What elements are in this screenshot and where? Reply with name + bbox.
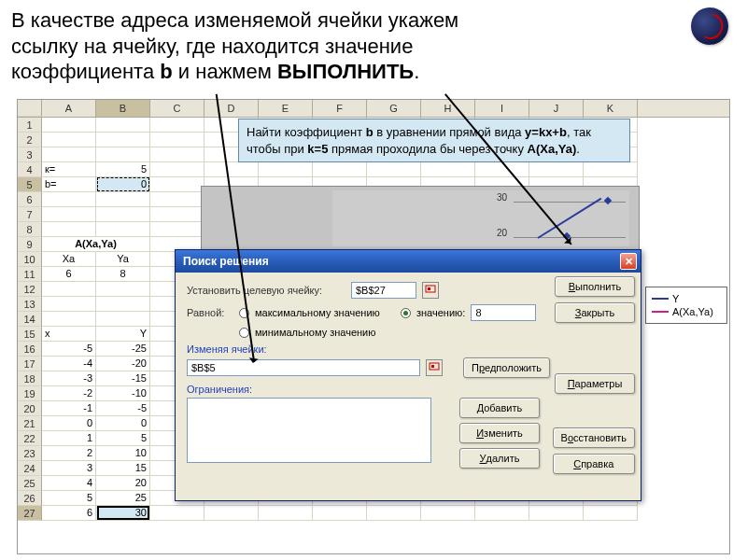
cell-B26[interactable]: 25 — [96, 491, 150, 506]
cell-C3[interactable] — [150, 147, 204, 162]
cell-A18[interactable]: -3 — [42, 371, 96, 386]
cell-B20[interactable]: -5 — [96, 401, 150, 416]
cell-A15[interactable]: x — [42, 327, 96, 342]
col-H[interactable]: H — [421, 100, 475, 117]
cell-A7[interactable] — [42, 207, 96, 222]
row-head-24[interactable]: 24 — [18, 461, 42, 476]
cell-A2[interactable] — [42, 133, 96, 147]
cell-B14[interactable] — [96, 312, 150, 327]
dialog-titlebar[interactable]: Поиск решения ✕ — [176, 250, 641, 273]
row-head-18[interactable]: 18 — [18, 371, 42, 386]
cell-H4[interactable] — [421, 162, 475, 177]
row-head-6[interactable]: 6 — [18, 192, 42, 207]
cell-C27[interactable] — [150, 506, 204, 521]
radio-max[interactable] — [239, 308, 249, 318]
cell-K27[interactable] — [584, 506, 638, 521]
col-A[interactable]: A — [42, 100, 96, 117]
row-head-11[interactable]: 11 — [18, 267, 42, 282]
cell-A27[interactable]: 6 — [42, 506, 96, 521]
cell-A25[interactable]: 4 — [42, 476, 96, 491]
cell-A20[interactable]: -1 — [42, 401, 96, 416]
cell-B7[interactable] — [96, 207, 150, 222]
row-head-12[interactable]: 12 — [18, 282, 42, 297]
col-C[interactable]: C — [150, 100, 204, 117]
cell-A11[interactable]: 6 — [42, 267, 96, 282]
cell-F27[interactable] — [313, 506, 367, 521]
spreadsheet[interactable]: A B C D E F G H I J K 1234к=55b=06789A(X… — [17, 99, 730, 554]
cell-A24[interactable]: 3 — [42, 461, 96, 476]
col-E[interactable]: E — [259, 100, 313, 117]
cell-A21[interactable]: 0 — [42, 416, 96, 431]
row-head-20[interactable]: 20 — [18, 401, 42, 416]
row-head-23[interactable]: 23 — [18, 446, 42, 461]
cell-F4[interactable] — [313, 162, 367, 177]
cell-B3[interactable] — [96, 147, 150, 162]
row-head-22[interactable]: 22 — [18, 431, 42, 446]
delete-button[interactable]: Удалить — [459, 448, 540, 469]
target-cell-input[interactable] — [351, 282, 416, 299]
add-button[interactable]: Добавить — [459, 398, 540, 418]
cell-A10[interactable]: Xa — [42, 252, 96, 267]
cell-H27[interactable] — [421, 506, 475, 521]
cell-B5[interactable]: 0 — [96, 177, 150, 192]
row-head-4[interactable]: 4 — [18, 162, 42, 177]
cell-A17[interactable]: -4 — [42, 357, 96, 371]
cell-C2[interactable] — [150, 133, 204, 147]
select-all-corner[interactable] — [18, 100, 42, 117]
cell-B11[interactable]: 8 — [96, 267, 150, 282]
collapse-ref-icon-2[interactable] — [426, 359, 443, 376]
cell-D27[interactable] — [204, 506, 259, 521]
cell-C7[interactable] — [150, 207, 204, 222]
cell-B12[interactable] — [96, 282, 150, 297]
chart-area[interactable]: 30 20 — [201, 186, 640, 251]
col-B[interactable]: B — [96, 100, 150, 117]
row-head-8[interactable]: 8 — [18, 222, 42, 237]
row-head-26[interactable]: 26 — [18, 491, 42, 506]
cell-B8[interactable] — [96, 222, 150, 237]
cell-J4[interactable] — [529, 162, 584, 177]
cell-A6[interactable] — [42, 192, 96, 207]
row-head-2[interactable]: 2 — [18, 133, 42, 147]
cell-E4[interactable] — [259, 162, 313, 177]
row-head-7[interactable]: 7 — [18, 207, 42, 222]
row-head-14[interactable]: 14 — [18, 312, 42, 327]
cell-B4[interactable]: 5 — [96, 162, 150, 177]
cell-B1[interactable] — [96, 118, 150, 133]
close-button[interactable]: Закрыть — [555, 302, 635, 323]
cell-D4[interactable] — [204, 162, 259, 177]
cell-C5[interactable] — [150, 177, 204, 192]
params-button[interactable]: Параметры — [555, 373, 635, 394]
cell-A9[interactable]: A(Xa,Ya) — [42, 237, 150, 252]
cell-A26[interactable]: 5 — [42, 491, 96, 506]
radio-min[interactable] — [239, 328, 249, 338]
cell-B22[interactable]: 5 — [96, 431, 150, 446]
cell-A4[interactable]: к= — [42, 162, 96, 177]
cell-A23[interactable]: 2 — [42, 446, 96, 461]
cell-B27[interactable]: 30 — [96, 506, 150, 521]
execute-button[interactable]: Выполнить — [555, 276, 635, 297]
row-head-5[interactable]: 5 — [18, 177, 42, 192]
col-I[interactable]: I — [475, 100, 529, 117]
row-head-9[interactable]: 9 — [18, 237, 42, 252]
cell-C4[interactable] — [150, 162, 204, 177]
cell-K4[interactable] — [584, 162, 638, 177]
collapse-ref-icon[interactable] — [422, 282, 439, 299]
cell-B18[interactable]: -15 — [96, 371, 150, 386]
cell-A3[interactable] — [42, 147, 96, 162]
radio-value[interactable] — [401, 308, 411, 318]
cell-A14[interactable] — [42, 312, 96, 327]
cell-A5[interactable]: b= — [42, 177, 96, 192]
restore-button[interactable]: Восстановить — [553, 427, 635, 448]
cell-I27[interactable] — [475, 506, 529, 521]
cell-A8[interactable] — [42, 222, 96, 237]
cell-B15[interactable]: Y — [96, 327, 150, 342]
col-J[interactable]: J — [529, 100, 584, 117]
cell-G4[interactable] — [367, 162, 421, 177]
cell-A16[interactable]: -5 — [42, 342, 96, 357]
row-head-16[interactable]: 16 — [18, 342, 42, 357]
row-head-25[interactable]: 25 — [18, 476, 42, 491]
cell-A22[interactable]: 1 — [42, 431, 96, 446]
cell-J27[interactable] — [529, 506, 584, 521]
cell-C8[interactable] — [150, 222, 204, 237]
help-button[interactable]: Справка — [553, 454, 635, 474]
